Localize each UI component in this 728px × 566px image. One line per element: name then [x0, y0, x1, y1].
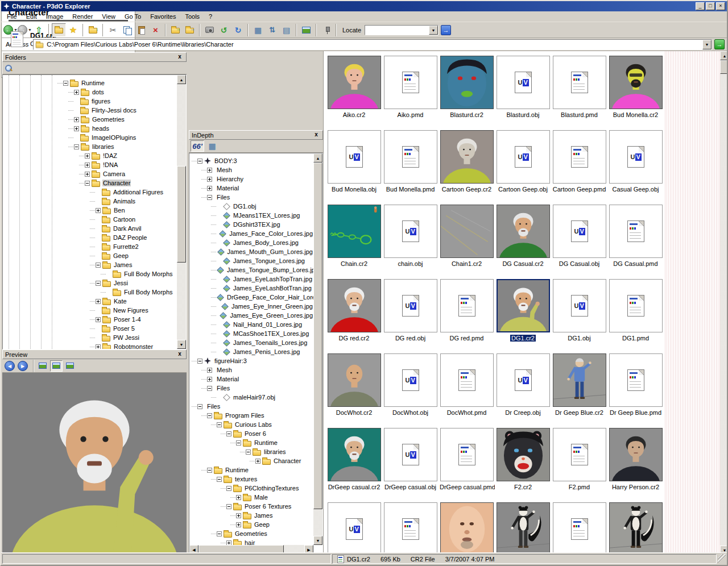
file-thumbnail[interactable]: UV [609, 130, 663, 184]
expand-icon[interactable] [85, 153, 90, 159]
collapse-icon[interactable] [226, 486, 231, 491]
tree-item-new-figures[interactable]: New Figures [3, 306, 177, 315]
collapse-icon[interactable] [96, 263, 101, 268]
actual-size-button[interactable] [50, 360, 63, 372]
up-button[interactable]: ⇧ [32, 23, 46, 37]
file-thumbnail[interactable]: UV [497, 56, 550, 109]
expand-icon[interactable] [207, 377, 212, 382]
file-item-docwhot-pmd[interactable]: DocWhot.pmd [439, 353, 495, 428]
collapse-icon[interactable] [236, 440, 241, 446]
file-thumbnail[interactable] [609, 502, 663, 555]
tree-item-additional-figures[interactable]: Additional Figures [3, 188, 177, 197]
tree-item-pw-jessi[interactable]: PW Jessi [3, 333, 177, 342]
file-item-dg1-cr2[interactable]: DG1.cr2 [495, 279, 551, 353]
file-item[interactable]: UV [326, 502, 382, 555]
tree-item--daz[interactable]: !DAZ [3, 151, 177, 160]
expand-icon[interactable] [207, 186, 212, 191]
tree-item-james-eye-inner-green-jpg[interactable]: James_Eye_Inner_Green.jpg [189, 302, 313, 311]
tree-item-james-toenails-lores-jpg[interactable]: James_Toenails_Lores.jpg [189, 338, 313, 347]
file-item-blasturd-pmd[interactable]: Blasturd.pmd [551, 56, 607, 130]
file-thumbnail[interactable] [384, 56, 437, 109]
file-thumbnail[interactable]: UV [328, 130, 381, 184]
file-thumbnail[interactable] [553, 353, 606, 407]
favorites-button[interactable]: ★ [66, 23, 80, 37]
expand-icon[interactable] [226, 540, 231, 546]
file-item-blasturd-cr2[interactable]: Blasturd.cr2 [439, 56, 495, 130]
collapse-icon[interactable] [207, 413, 212, 418]
tree-item-material[interactable]: Material [189, 184, 313, 193]
file-item-drgeep-casual-obj[interactable]: UVDrGeep casual.obj [382, 428, 439, 502]
file-thumbnail[interactable] [497, 279, 550, 332]
next-image-button[interactable]: ▶ [18, 361, 28, 371]
tree-item-files[interactable]: Files [189, 193, 313, 202]
expand-icon[interactable] [255, 459, 260, 464]
file-item-dg-red-pmd[interactable]: DG red.pmd [439, 279, 495, 353]
tree-item-james-eye-green-lores-jpg[interactable]: James_Eye_Green_Lores.jpg [189, 311, 313, 320]
file-item-bud-monella-pmd[interactable]: Bud Monella.pmd [382, 130, 439, 205]
file-item[interactable] [607, 502, 664, 555]
menu-view[interactable]: View [97, 12, 120, 21]
preview-image[interactable] [2, 373, 187, 555]
file-thumbnail[interactable] [440, 502, 494, 555]
file-thumbnail[interactable]: UV [497, 130, 550, 184]
file-item-cartoon-geep-pmd[interactable]: Cartoon Geep.pmd [551, 130, 607, 205]
tree-item-curious-labs[interactable]: Curious Labs [189, 420, 313, 429]
tree-item-james-body-lores-jpg[interactable]: James_Body_Lores.jpg [189, 238, 313, 247]
address-dropdown-button[interactable]: ▼ [702, 40, 712, 49]
expand-icon[interactable] [74, 126, 79, 131]
expand-icon[interactable] [74, 117, 79, 122]
stretch-button[interactable] [64, 360, 76, 372]
tree-item-james-eyelashbottran-jpg[interactable]: James_EyeLashBotTran.jpg [189, 284, 313, 293]
maximize-button[interactable]: □ [706, 2, 715, 10]
address-input[interactable]: C:\Program Files\Curious Labs\Poser 6\Ru… [33, 39, 712, 50]
file-item-drgeep-casual-cr2[interactable]: DrGeep casual.cr2 [326, 428, 382, 502]
file-item-dg-red-obj[interactable]: UVDG red.obj [382, 279, 439, 353]
tree-item-geometries[interactable]: Geometries [3, 115, 177, 124]
file-thumbnail[interactable]: UV [553, 205, 606, 258]
collapse-icon[interactable] [85, 181, 90, 186]
scroll-up-icon[interactable]: ▲ [177, 75, 186, 84]
file-item-cartoon-geep-cr2[interactable]: Cartoon Geep.cr2 [439, 130, 495, 205]
file-item-bud-monella-obj[interactable]: UVBud Monella.obj [326, 130, 382, 205]
indepth-close-icon[interactable]: x [312, 131, 320, 139]
tree-item-hierarchy[interactable]: Hierarchy [189, 174, 313, 184]
collapse-icon[interactable] [226, 431, 231, 436]
tree-item-mesh[interactable]: Mesh [189, 365, 313, 374]
file-item-dg-red-cr2[interactable]: DG red.cr2 [326, 279, 382, 353]
tree-item-textures[interactable]: textures [189, 475, 313, 484]
scroll-thumb[interactable] [177, 166, 186, 263]
tree-item-james-mouth-gum-lores-jpg[interactable]: James_Mouth_Gum_Lores.jpg [189, 247, 313, 256]
file-thumbnail[interactable] [328, 428, 381, 481]
file-thumbnail[interactable] [609, 205, 663, 258]
file-item-cartoon-geep-obj[interactable]: UVCartoon Geep.obj [495, 130, 551, 205]
tree-item-full-body-morphs[interactable]: Full Body Morphs [3, 269, 177, 278]
tree-item-runtime[interactable]: Runtime [3, 78, 177, 88]
tree-item-dots[interactable]: dots [3, 88, 177, 97]
file-thumbnail[interactable] [609, 428, 663, 481]
menu-image[interactable]: Image [42, 12, 68, 21]
tree-item-character[interactable]: Character [3, 178, 177, 188]
scroll-up-icon[interactable]: ▲ [313, 153, 322, 163]
file-item-dg-casual-pmd[interactable]: DG Casual.pmd [607, 205, 664, 279]
copy-button[interactable] [120, 23, 134, 37]
delete-button[interactable]: × [148, 23, 163, 37]
expand-icon[interactable] [207, 368, 212, 373]
file-item[interactable] [382, 502, 439, 555]
tree-item-program-files[interactable]: Program Files [189, 411, 313, 420]
file-thumbnail[interactable] [328, 353, 381, 407]
tree-item-animals[interactable]: Animals [3, 197, 177, 206]
file-item-f2-pmd[interactable]: F2.pmd [551, 428, 607, 502]
menu-?[interactable]: ? [204, 12, 217, 21]
address-go-button[interactable]: → [714, 39, 725, 49]
tree-item-james-tongue-lores-jpg[interactable]: James_Tongue_Lores.jpg [189, 256, 313, 265]
collapse-icon[interactable] [63, 81, 68, 86]
file-item-dr-creep-obj[interactable]: UVDr Creep.obj [495, 353, 551, 428]
menu-go-to[interactable]: Go To [120, 12, 146, 21]
tree-item-james[interactable]: James [3, 260, 177, 269]
tree-item-dg1-obj[interactable]: DG1.obj [189, 202, 313, 211]
tree-item-runtime[interactable]: Runtime [189, 465, 313, 475]
file-thumbnail[interactable] [497, 502, 550, 555]
image-pane-button[interactable] [299, 23, 313, 37]
expand-icon[interactable] [96, 208, 101, 213]
folders-button[interactable] [52, 23, 66, 37]
